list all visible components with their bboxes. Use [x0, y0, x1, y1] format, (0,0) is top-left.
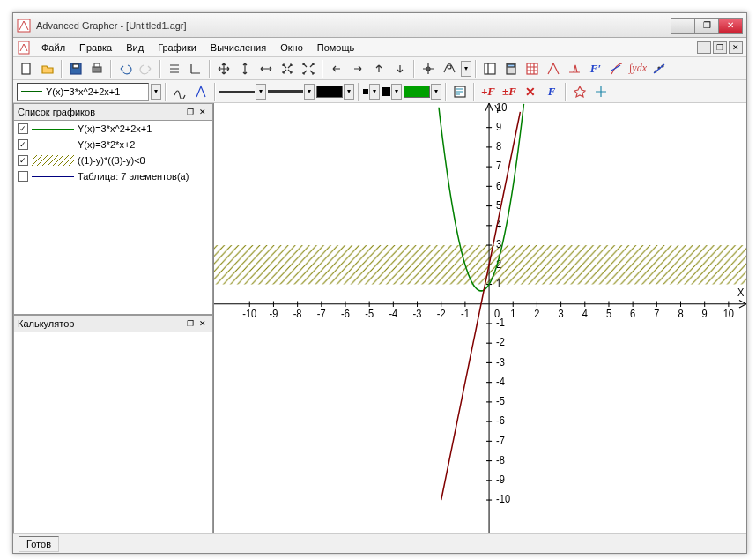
sidebar: Список графиков ❐ ✕ ✓Y(x)=3*x^2+2x+1✓Y(x…	[13, 103, 214, 533]
svg-text:10: 10	[496, 103, 507, 113]
arrow-left-icon	[330, 62, 344, 76]
graph-list-body: ✓Y(x)=3*x^2+2x+1✓Y(x)=3*2*x+2✓((1)-y)*((…	[13, 121, 213, 315]
add-graph-button[interactable]: +F	[478, 82, 498, 101]
mdi-close-button[interactable]: ✕	[729, 41, 743, 54]
point-style-dropdown[interactable]: ▾	[369, 84, 380, 100]
calculator-body[interactable]	[13, 332, 213, 533]
regression-icon	[652, 62, 666, 76]
trace-dropdown[interactable]: ▾	[461, 61, 471, 77]
crosshair-button[interactable]	[419, 59, 438, 78]
svg-rect-9	[485, 63, 495, 74]
menu-help[interactable]: Помощь	[310, 41, 362, 55]
maximize-button[interactable]: ❐	[694, 18, 719, 34]
list-icon	[167, 62, 182, 76]
graph-checkbox[interactable]: ✓	[18, 123, 28, 134]
svg-text:-5: -5	[496, 396, 505, 406]
svg-text:-8: -8	[293, 309, 302, 319]
root-icon	[567, 62, 582, 76]
line-width-dropdown[interactable]: ▾	[304, 84, 315, 100]
svg-rect-5	[93, 67, 101, 72]
open-button[interactable]	[38, 59, 57, 78]
svg-text:-5: -5	[365, 309, 374, 319]
mdi-minimize-button[interactable]: –	[697, 41, 711, 54]
extra-tool-2[interactable]	[591, 82, 611, 101]
menu-window[interactable]: Окно	[273, 41, 310, 55]
graph-sample	[32, 155, 74, 166]
pan-right-button[interactable]	[348, 59, 367, 78]
graph-checkbox[interactable]: ✓	[18, 155, 28, 166]
plot-area[interactable]: XY-10-9-8-7-6-5-4-3-2-112345678910-10-9-…	[214, 103, 746, 533]
save-button[interactable]	[66, 59, 85, 78]
zoom-in-button[interactable]	[278, 59, 297, 78]
menubar: Файл Правка Вид Графики Вычисления Окно …	[13, 38, 746, 57]
extra-tool-1[interactable]	[570, 82, 589, 101]
graph-checkbox[interactable]: ✓	[18, 139, 28, 150]
minimize-button[interactable]: —	[671, 18, 695, 34]
arrow-up-icon	[372, 62, 386, 76]
open-icon	[41, 62, 55, 76]
graph-props-button[interactable]: F	[542, 82, 561, 101]
panel-close-button[interactable]: ✕	[196, 106, 209, 118]
svg-rect-12	[508, 64, 515, 67]
menu-calc[interactable]: Вычисления	[204, 41, 273, 55]
svg-point-8	[448, 65, 451, 69]
calc-close-button[interactable]: ✕	[196, 317, 209, 330]
plot-style-line[interactable]	[191, 82, 211, 101]
edit-graph-button[interactable]: ±F	[500, 82, 519, 101]
trace-button[interactable]	[440, 59, 459, 78]
menu-file[interactable]: Файл	[34, 41, 72, 55]
graph-checkbox[interactable]	[18, 171, 28, 182]
toolbar-main: ▾ F′ ∫ydx	[13, 57, 746, 80]
derivative-button[interactable]: F′	[586, 59, 605, 78]
leftright-icon	[259, 62, 273, 76]
zoom-y-button[interactable]	[235, 59, 255, 78]
formula-dropdown[interactable]: ▾	[151, 84, 161, 100]
move-button[interactable]	[214, 59, 233, 78]
pan-down-button[interactable]	[390, 59, 410, 78]
pan-up-button[interactable]	[369, 59, 389, 78]
svg-text:-3: -3	[413, 309, 422, 319]
plot-style-curve[interactable]	[170, 82, 189, 101]
delete-graph-button[interactable]: ✕	[521, 82, 540, 101]
new-button[interactable]	[17, 59, 36, 78]
graph-list-item[interactable]: Таблица: 7 элементов(а)	[14, 168, 212, 184]
close-button[interactable]: ✕	[718, 18, 743, 34]
calculator-button[interactable]	[501, 59, 521, 78]
root-button[interactable]	[565, 59, 584, 78]
undo-button[interactable]	[115, 59, 135, 78]
intersect-button[interactable]	[544, 59, 563, 78]
mdi-restore-button[interactable]: ❐	[713, 41, 727, 54]
svg-text:-6: -6	[496, 415, 505, 426]
line-color-dropdown[interactable]: ▾	[344, 84, 354, 100]
calc-dock-button[interactable]: ❐	[184, 317, 196, 330]
line-style-dropdown[interactable]: ▾	[256, 84, 266, 100]
regression-button[interactable]	[649, 59, 669, 78]
document-icon	[17, 41, 31, 55]
axes-button[interactable]	[186, 59, 205, 78]
integral-button[interactable]: ∫ydx	[628, 59, 648, 78]
menu-graphs[interactable]: Графики	[151, 41, 204, 55]
properties-button[interactable]	[450, 82, 470, 101]
table-button[interactable]	[523, 59, 542, 78]
point-size-dropdown[interactable]: ▾	[391, 84, 402, 100]
graph-list-item[interactable]: ✓((1)-y)*((3)-y)<0	[14, 153, 212, 168]
redo-button[interactable]	[137, 59, 156, 78]
formula-selector[interactable]: Y(x)=3*x^2+2x+1	[17, 83, 149, 101]
list-button[interactable]	[165, 59, 184, 78]
menu-view[interactable]: Вид	[119, 41, 151, 55]
svg-text:3: 3	[496, 239, 501, 250]
panel-dock-button[interactable]: ❐	[184, 106, 196, 118]
zoom-x-button[interactable]	[256, 59, 276, 78]
svg-text:-4: -4	[496, 376, 505, 387]
zoom-out-button[interactable]	[299, 59, 318, 78]
updown-icon	[238, 62, 252, 76]
tangent-button[interactable]	[607, 59, 626, 78]
graph-list-item[interactable]: ✓Y(x)=3*2*x+2	[14, 137, 212, 153]
svg-text:6: 6	[630, 309, 635, 319]
pan-left-button[interactable]	[327, 59, 346, 78]
menu-edit[interactable]: Правка	[72, 41, 119, 55]
fill-color-dropdown[interactable]: ▾	[431, 84, 441, 100]
print-button[interactable]	[87, 59, 107, 78]
calc-panel-button[interactable]	[480, 59, 500, 78]
graph-list-item[interactable]: ✓Y(x)=3*x^2+2x+1	[14, 121, 212, 137]
